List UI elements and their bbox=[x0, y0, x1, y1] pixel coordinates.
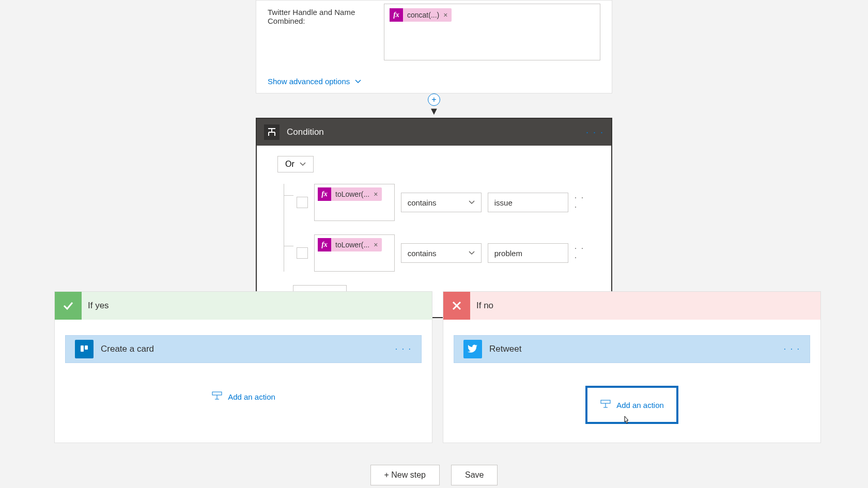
remove-pill-icon[interactable]: × bbox=[374, 190, 382, 198]
expression-pill-tolower[interactable]: fx toLower(... × bbox=[318, 187, 382, 201]
condition-row: fx toLower(... × contains issue · · · bbox=[284, 184, 591, 221]
action-menu-button[interactable]: · · · bbox=[395, 344, 412, 354]
condition-compare-input[interactable]: problem bbox=[488, 243, 568, 263]
group-op-label: Or bbox=[285, 160, 295, 169]
twitter-icon bbox=[463, 340, 482, 358]
branch-header-no: If no bbox=[443, 292, 820, 320]
branch-title-yes: If yes bbox=[88, 301, 109, 311]
pill-label: concat(...) bbox=[403, 11, 443, 19]
field-label-twitter-combined: Twitter Handle and Name Combined: bbox=[268, 4, 384, 25]
condition-operator-select[interactable]: contains bbox=[401, 243, 482, 263]
action-title: Create a card bbox=[101, 344, 154, 354]
compare-value: issue bbox=[494, 198, 513, 207]
condition-title: Condition bbox=[287, 127, 324, 137]
expression-pill-tolower[interactable]: fx toLower(... × bbox=[318, 238, 382, 251]
add-action-label: Add an action bbox=[228, 392, 275, 401]
condition-menu-button[interactable]: · · · bbox=[586, 127, 604, 138]
cross-icon bbox=[443, 292, 470, 320]
pill-label: toLower(... bbox=[331, 241, 374, 249]
condition-value-input[interactable]: fx toLower(... × bbox=[314, 184, 395, 221]
condition-icon bbox=[264, 124, 280, 140]
condition-compare-input[interactable]: issue bbox=[488, 193, 568, 212]
condition-card: Condition · · · Or fx toLower(... × cont… bbox=[256, 118, 612, 318]
branch-header-yes: If yes bbox=[55, 292, 432, 320]
svg-rect-4 bbox=[601, 400, 610, 403]
add-action-label: Add an action bbox=[616, 401, 664, 410]
chevron-down-icon bbox=[355, 78, 361, 85]
action-title: Retweet bbox=[489, 344, 521, 354]
branch-if-yes: If yes Create a card · · · Add an action bbox=[54, 291, 432, 443]
field-input-twitter-combined[interactable]: fx concat(...) × bbox=[384, 4, 600, 60]
fx-icon: fx bbox=[318, 238, 331, 251]
compare-value: problem bbox=[494, 249, 522, 258]
check-icon bbox=[55, 292, 82, 320]
condition-header[interactable]: Condition · · · bbox=[257, 119, 611, 146]
bottom-button-row: + New step Save bbox=[0, 465, 868, 485]
add-step-between-button[interactable]: + bbox=[428, 93, 440, 106]
fx-icon: fx bbox=[318, 187, 331, 201]
arrow-down-icon: ▼ bbox=[429, 105, 439, 117]
row-checkbox[interactable] bbox=[297, 247, 308, 259]
svg-rect-2 bbox=[85, 345, 88, 350]
branch-title-no: If no bbox=[476, 301, 493, 311]
condition-value-input[interactable]: fx toLower(... × bbox=[314, 234, 395, 272]
condition-row: fx toLower(... × contains problem · · · bbox=[284, 234, 591, 272]
add-action-button-no[interactable]: Add an action bbox=[585, 386, 678, 424]
save-button[interactable]: Save bbox=[451, 465, 498, 485]
compose-action-card: Twitter Handle and Name Combined: fx con… bbox=[256, 0, 612, 93]
add-action-icon bbox=[600, 399, 611, 411]
expression-pill-concat[interactable]: fx concat(...) × bbox=[390, 8, 452, 22]
remove-pill-icon[interactable]: × bbox=[443, 11, 452, 19]
show-advanced-options-link[interactable]: Show advanced options bbox=[256, 70, 373, 93]
add-action-icon bbox=[211, 391, 223, 402]
operator-label: contains bbox=[408, 198, 437, 207]
branch-if-no: If no Retweet · · · Add an action bbox=[443, 291, 821, 443]
row-menu-button[interactable]: · · · bbox=[575, 193, 591, 212]
trello-icon bbox=[75, 340, 94, 358]
remove-pill-icon[interactable]: × bbox=[374, 241, 382, 249]
show-advanced-label: Show advanced options bbox=[268, 77, 350, 86]
action-card-twitter-retweet[interactable]: Retweet · · · bbox=[454, 335, 810, 363]
action-card-trello-create[interactable]: Create a card · · · bbox=[65, 335, 422, 363]
row-menu-button[interactable]: · · · bbox=[575, 244, 591, 262]
chevron-down-icon bbox=[469, 250, 475, 256]
svg-rect-3 bbox=[212, 392, 222, 395]
new-step-button[interactable]: + New step bbox=[370, 465, 440, 485]
condition-group-operator[interactable]: Or bbox=[277, 156, 314, 172]
operator-label: contains bbox=[408, 249, 437, 258]
fx-icon: fx bbox=[390, 8, 403, 22]
chevron-down-icon bbox=[300, 161, 306, 167]
add-action-button-yes[interactable]: Add an action bbox=[203, 386, 284, 407]
svg-rect-1 bbox=[81, 345, 84, 352]
action-menu-button[interactable]: · · · bbox=[784, 344, 800, 354]
condition-operator-select[interactable]: contains bbox=[401, 193, 482, 212]
condition-branches: If yes Create a card · · · Add an action… bbox=[54, 291, 809, 443]
pill-label: toLower(... bbox=[331, 190, 374, 198]
chevron-down-icon bbox=[469, 199, 475, 206]
row-checkbox[interactable] bbox=[297, 197, 308, 208]
